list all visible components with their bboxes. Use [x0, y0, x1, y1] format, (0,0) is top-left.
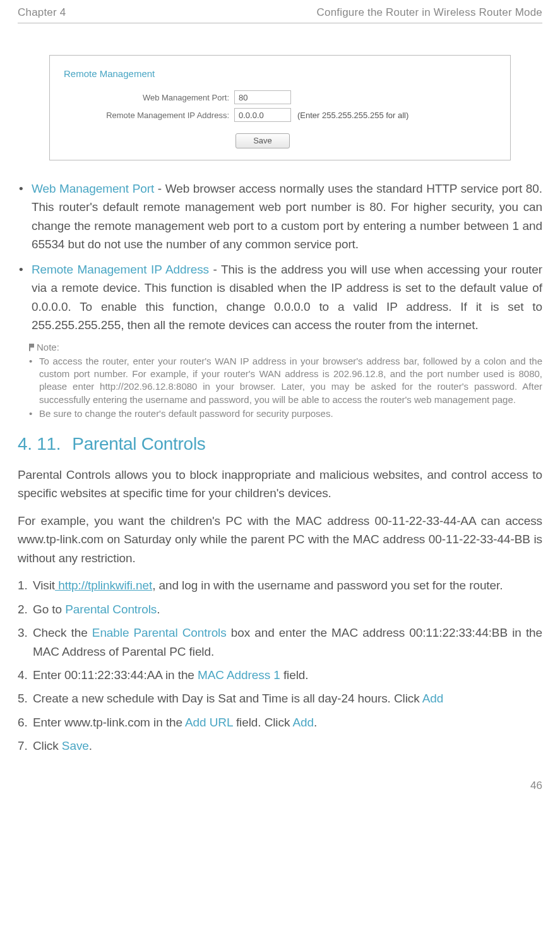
intro-paragraph: Parental Controls allows you to block in… [18, 466, 542, 503]
step-2: 2. Go to Parental Controls. [18, 600, 542, 618]
step4-post: field. [280, 668, 309, 682]
step-number: 7. [18, 737, 33, 755]
tplinkwifi-link[interactable]: http://tplinkwifi.net [55, 579, 152, 592]
term-enable-parental: Enable Parental Controls [92, 626, 227, 639]
step4-pre: Enter 00:11:22:33:44:AA in the [33, 668, 198, 682]
step-1: 1. Visit http://tplinkwifi.net, and log … [18, 576, 542, 594]
remote-management-screenshot: Remote Management Web Management Port: R… [49, 55, 511, 160]
step2-pre: Go to [33, 603, 65, 616]
step-number: 2. [18, 600, 33, 618]
note-block: Note: • To access the router, enter your… [29, 341, 542, 421]
note-text-2: Be sure to change the router's default p… [39, 407, 333, 420]
section-heading: 4. 11.Parental Controls [18, 434, 542, 454]
term-mac1: MAC Address 1 [198, 668, 280, 682]
term-add-1: Add [422, 692, 444, 705]
step-4: 4. Enter 00:11:22:33:44:AA in the MAC Ad… [18, 666, 542, 684]
note-marker: • [29, 355, 39, 406]
web-port-row: Web Management Port: [64, 90, 496, 104]
step2-post: . [157, 603, 160, 616]
bullet-remote-ip: • Remote Management IP Address - This is… [18, 260, 542, 335]
ip-hint: (Enter 255.255.255.255 for all) [297, 111, 408, 120]
page-number: 46 [0, 780, 560, 797]
term-web-port: Web Management Port [32, 182, 154, 195]
step6-mid: field. Click [233, 716, 293, 729]
header-title: Configure the Router in Wireless Router … [317, 6, 542, 19]
note-title: Note: [37, 341, 59, 354]
panel-title: Remote Management [64, 68, 496, 79]
step-7: 7. Click Save. [18, 737, 542, 755]
chapter-label: Chapter 4 [18, 6, 66, 19]
term-add-2: Add [292, 716, 314, 729]
step-number: 4. [18, 666, 33, 684]
flag-icon [29, 344, 34, 351]
web-port-label: Web Management Port: [64, 93, 234, 102]
note-item-2: • Be sure to change the router's default… [29, 407, 542, 420]
bullet-web-port: • Web Management Port - Web browser acce… [18, 179, 542, 254]
step-6: 6. Enter www.tp-link.com in the Add URL … [18, 713, 542, 731]
bullet-marker: • [18, 260, 32, 335]
term-save: Save [62, 739, 89, 752]
step-number: 3. [18, 623, 33, 661]
term-parental-controls: Parental Controls [65, 603, 157, 616]
page-header: Chapter 4 Configure the Router in Wirele… [18, 6, 542, 23]
save-button[interactable]: Save [235, 133, 290, 148]
step-number: 5. [18, 689, 33, 707]
example-paragraph: For example, you want the children's PC … [18, 512, 542, 567]
step1-post: , and log in with the username and passw… [152, 579, 503, 592]
note-text-1: To access the router, enter your router'… [39, 355, 542, 406]
step3-pre: Check the [33, 626, 92, 639]
step6-pre: Enter www.tp-link.com in the [33, 716, 185, 729]
step-5: 5. Create a new schedule with Day is Sat… [18, 689, 542, 707]
step-3: 3. Check the Enable Parental Controls bo… [18, 623, 542, 661]
bullet-marker: • [18, 179, 32, 254]
web-port-input[interactable] [234, 90, 291, 104]
note-item-1: • To access the router, enter your route… [29, 355, 542, 406]
step5-pre: Create a new schedule with Day is Sat an… [33, 692, 422, 705]
note-title-row: Note: [29, 341, 542, 354]
term-add-url: Add URL [185, 716, 233, 729]
section-number: 4. 11. [18, 434, 61, 454]
step-number: 1. [18, 576, 33, 594]
step7-post: . [89, 739, 92, 752]
section-title: Parental Controls [72, 434, 205, 454]
note-marker: • [29, 407, 39, 420]
step6-post: . [314, 716, 317, 729]
step-number: 6. [18, 713, 33, 731]
term-remote-ip: Remote Management IP Address [32, 263, 209, 276]
step1-pre: Visit [33, 579, 55, 592]
step7-pre: Click [33, 739, 62, 752]
ip-label: Remote Management IP Address: [64, 111, 234, 120]
ip-input[interactable] [234, 108, 291, 122]
ip-row: Remote Management IP Address: (Enter 255… [64, 108, 496, 122]
